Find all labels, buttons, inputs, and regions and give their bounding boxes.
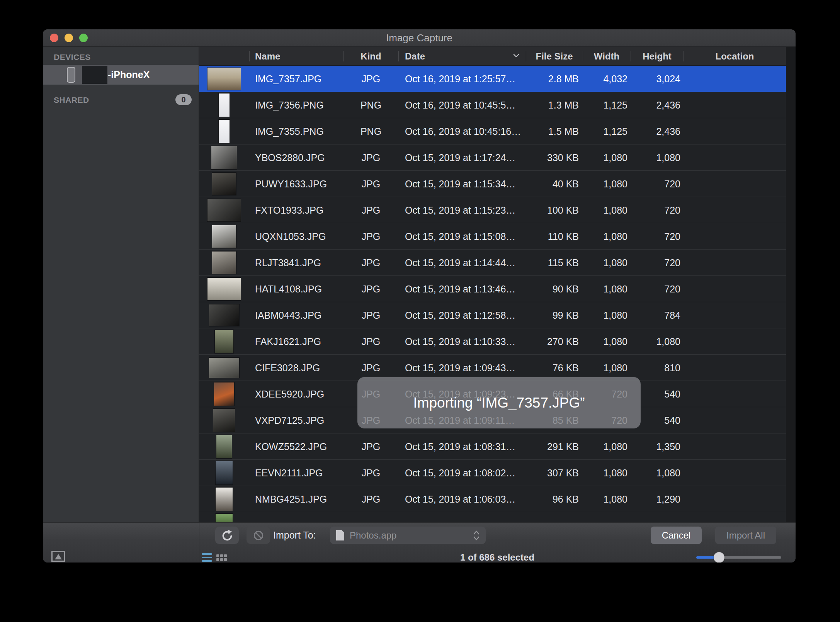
file-size: 99 KB (526, 310, 583, 321)
table-row[interactable]: EEVN2111.JPGJPGOct 15, 2019 at 1:08:02…3… (199, 460, 796, 486)
sidebar-item-iphone[interactable]: -iPhoneX (43, 65, 199, 85)
file-date: Oct 15, 2019 at 1:15:23… (398, 205, 526, 216)
device-name: -iPhoneX (108, 65, 150, 85)
table-header: Name Kind Date File Size Width Height Lo… (199, 47, 796, 66)
rotate-button[interactable] (215, 527, 239, 544)
table-row[interactable]: YBOS2880.JPGJPGOct 15, 2019 at 1:17:24…3… (199, 144, 796, 171)
window-title: Image Capture (43, 29, 796, 47)
file-kind: PNG (343, 100, 398, 111)
traffic-lights (50, 34, 88, 42)
table-row[interactable]: FAKJ1621.JPGJPGOct 15, 2019 at 1:10:33…2… (199, 328, 796, 355)
column-header-width[interactable]: Width (583, 47, 631, 66)
file-thumbnail (209, 358, 239, 378)
file-date: Oct 15, 2019 at 1:17:24… (398, 152, 526, 163)
file-name: IABM0443.JPG (249, 310, 343, 321)
file-thumbnail (215, 330, 233, 353)
file-height: 3,024 (631, 73, 684, 85)
file-width: 1,125 (583, 126, 631, 137)
minimize-button[interactable] (65, 34, 73, 42)
file-kind: JPG (343, 257, 398, 269)
file-name: EEVN2111.JPG (249, 467, 343, 479)
column-header-date[interactable]: Date (398, 47, 526, 66)
file-height: 720 (631, 257, 684, 269)
column-header-file-size[interactable]: File Size (526, 47, 583, 66)
shared-section-label: SHARED (54, 95, 89, 105)
file-width: 1,080 (583, 362, 631, 374)
shared-section[interactable]: SHARED 0 (43, 94, 199, 107)
file-kind: JPG (343, 310, 398, 321)
file-width: 1,080 (583, 231, 631, 242)
file-name: NMBG4251.JPG (249, 494, 343, 505)
thumbnail-cell (199, 407, 249, 433)
thumbnail-zoom-slider[interactable] (696, 552, 781, 563)
file-thumbnail (207, 278, 241, 300)
file-thumbnail (207, 68, 241, 90)
file-kind: JPG (343, 362, 398, 374)
file-kind: JPG (343, 284, 398, 295)
delete-button[interactable] (247, 527, 270, 544)
import-all-button[interactable]: Import All (715, 527, 776, 544)
table-row[interactable]: NMBG4251.JPGJPGOct 15, 2019 at 1:06:03…9… (199, 486, 796, 512)
file-date: Oct 16, 2019 at 10:45:5… (398, 100, 526, 111)
file-thumbnail (216, 461, 233, 484)
file-height: 1,080 (631, 152, 684, 163)
file-height: 720 (631, 205, 684, 216)
file-thumbnail (212, 252, 236, 274)
import-destination-select[interactable]: Photos.app (330, 527, 486, 544)
table-row[interactable]: PUWY1633.JPGJPGOct 15, 2019 at 1:15:34…4… (199, 171, 796, 197)
file-kind: JPG (343, 73, 398, 85)
file-kind: JPG (343, 494, 398, 505)
table-row[interactable]: HATL4108.JPGJPGOct 15, 2019 at 1:13:46…9… (199, 276, 796, 302)
file-date: Oct 16, 2019 at 10:45:16… (398, 126, 526, 137)
column-header-height[interactable]: Height (631, 47, 684, 66)
file-kind: JPG (343, 231, 398, 242)
file-height: 1,080 (631, 467, 684, 479)
thumbnail-cell (199, 433, 249, 460)
table-row[interactable]: UQXN1053.JPGJPGOct 15, 2019 at 1:15:08…1… (199, 223, 796, 250)
shared-count-badge: 0 (175, 94, 192, 105)
zoom-button[interactable] (79, 34, 88, 42)
bottom-bar: Import To: Photos.app Cancel Import All … (43, 522, 796, 563)
table-row[interactable]: IMG_7355.PNGPNGOct 16, 2019 at 10:45:16…… (199, 118, 796, 144)
file-kind: JPG (343, 336, 398, 347)
file-height: 810 (631, 362, 684, 374)
file-name: XDEE5920.JPG (249, 389, 343, 400)
column-header-kind[interactable]: Kind (343, 47, 398, 66)
column-header-name[interactable]: Name (249, 47, 343, 66)
import-destination-value: Photos.app (350, 530, 473, 541)
file-kind: JPG (343, 467, 398, 479)
show-import-pane-button[interactable] (51, 551, 65, 562)
table-row[interactable]: IMG_7356.PNGPNGOct 16, 2019 at 10:45:5…1… (199, 92, 796, 118)
column-header-thumbnail (199, 47, 249, 66)
document-icon (336, 530, 344, 540)
file-date: Oct 15, 2019 at 1:15:08… (398, 231, 526, 242)
table-row[interactable]: IABM0443.JPGJPGOct 15, 2019 at 1:12:58…9… (199, 302, 796, 328)
file-table-body: IMG_7357.JPGJPGOct 16, 2019 at 1:25:57…2… (199, 66, 796, 522)
table-row[interactable]: RLJT3841.JPGJPGOct 15, 2019 at 1:14:44…1… (199, 250, 796, 276)
file-height: 2,436 (631, 100, 684, 111)
file-kind: JPG (343, 441, 398, 452)
cancel-button[interactable]: Cancel (651, 527, 702, 544)
file-thumbnail (216, 435, 232, 458)
file-list-pane: Name Kind Date File Size Width Height Lo… (199, 47, 796, 522)
close-button[interactable] (50, 34, 58, 42)
title-bar[interactable]: Image Capture (43, 29, 796, 47)
file-width: 1,080 (583, 205, 631, 216)
table-row[interactable]: KOWZ5522.JPGJPGOct 15, 2019 at 1:08:31…2… (199, 433, 796, 460)
image-capture-window: Image Capture DEVICES -iPhoneX SHARED 0 (43, 29, 796, 563)
table-row[interactable]: IMG_7357.JPGJPGOct 16, 2019 at 1:25:57…2… (199, 66, 796, 92)
file-thumbnail (209, 304, 239, 326)
file-name: UQXN1053.JPG (249, 231, 343, 242)
column-header-location[interactable]: Location (684, 47, 786, 66)
table-row[interactable]: FXTO1933.JPGJPGOct 15, 2019 at 1:15:23…1… (199, 197, 796, 223)
file-size: 90 KB (526, 284, 583, 295)
vertical-scrollbar[interactable] (786, 47, 796, 522)
file-thumbnail (212, 173, 236, 195)
slider-knob[interactable] (714, 552, 724, 563)
table-row-partial[interactable] (199, 512, 796, 522)
file-width: 1,080 (583, 441, 631, 452)
file-date: Oct 15, 2019 at 1:15:34… (398, 178, 526, 190)
file-width: 1,080 (583, 336, 631, 347)
devices-section-label: DEVICES (54, 53, 91, 62)
file-width: 1,080 (583, 178, 631, 190)
